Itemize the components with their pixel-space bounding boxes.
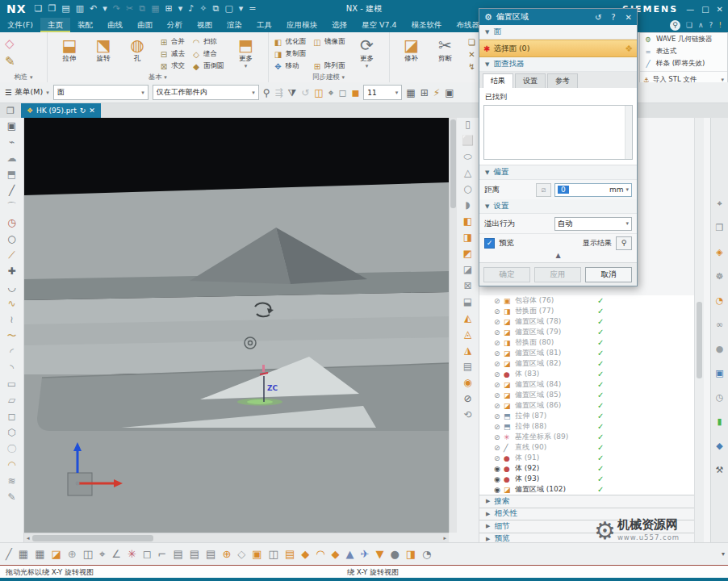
bottom-tool-icon[interactable]: ✳: [128, 548, 136, 560]
scrollbar-thumb[interactable]: [697, 302, 702, 378]
resource-bar-icon[interactable]: ●: [716, 344, 724, 354]
visibility-eye-icon[interactable]: ◉: [494, 486, 504, 494]
primitive-tool-icon[interactable]: ◭: [464, 313, 471, 324]
quick-access-icon[interactable]: ✂: [126, 0, 133, 18]
bottom-tool-icon[interactable]: ▣: [252, 548, 261, 560]
curve-tool-icon[interactable]: ▣: [7, 120, 16, 132]
visibility-eye-icon[interactable]: ⊘: [494, 297, 504, 305]
selection-tool-icon[interactable]: ⌖: [328, 87, 334, 98]
ribbon-big-button[interactable]: ⬔旋转: [86, 35, 120, 62]
selection-tool-icon[interactable]: ◫: [314, 87, 323, 98]
primitive-tool-icon[interactable]: ⬭: [463, 152, 471, 162]
listbox-scrollbar[interactable]: [625, 106, 632, 159]
bottom-tool-icon[interactable]: ▲: [346, 548, 354, 560]
bottom-tool-icon[interactable]: ◪: [51, 548, 61, 560]
bottom-tool-icon[interactable]: ◠: [316, 548, 324, 560]
bottom-tool-icon[interactable]: ⌐: [158, 548, 167, 560]
ribbon-small-button[interactable]: ⊞阵列面: [312, 61, 345, 72]
scrollbar-thumb[interactable]: [450, 119, 456, 208]
curve-tool-icon[interactable]: ✚: [7, 265, 15, 277]
feature-row[interactable]: ⊘ ◪ 偏置区域 (81) ✓: [479, 348, 696, 358]
distance-input[interactable]: 0 mm ▾: [554, 183, 632, 197]
primitive-tool-icon[interactable]: ◨: [463, 232, 472, 243]
quick-access-icon[interactable]: =: [249, 0, 256, 18]
tab-refresh-icon[interactable]: ↻: [80, 107, 86, 115]
gallery-item[interactable]: =表达式: [640, 45, 727, 57]
toolbar-overflow-icon[interactable]: ▾: [722, 550, 725, 558]
curve-tool-icon[interactable]: ⟋: [8, 249, 15, 261]
quick-access-icon[interactable]: ▤: [61, 0, 69, 18]
section-face-finder[interactable]: ▼面查找器: [479, 57, 637, 72]
resource-bar-icon[interactable]: ◆: [716, 441, 722, 451]
curve-tool-icon[interactable]: ⬡: [7, 427, 15, 438]
ribbon-tab[interactable]: 主页: [40, 18, 70, 32]
feature-row[interactable]: ⊘ ◨ 替换面 (77) ✓: [479, 306, 696, 316]
selection-tool-icon[interactable]: ↺: [301, 87, 309, 98]
bottom-tool-icon[interactable]: ◨: [406, 548, 416, 560]
resource-bar-icon[interactable]: ▣: [715, 368, 723, 378]
ribbon-tab[interactable]: 星空 V7.4: [354, 18, 404, 32]
ribbon-small-button[interactable]: ◇缝合: [191, 48, 224, 60]
visibility-eye-icon[interactable]: ⊘: [494, 307, 504, 316]
ribbon-small-button[interactable]: ✥移动: [274, 61, 307, 72]
bottom-tool-icon[interactable]: ◻: [143, 548, 152, 560]
feature-row[interactable]: ◉ ● 体 (92) ✓: [479, 463, 696, 474]
snap-tool-icon[interactable]: ▦: [406, 87, 415, 98]
ribbon-big-button[interactable]: ◍孔: [120, 35, 154, 62]
bottom-tool-icon[interactable]: ✈: [361, 548, 370, 560]
quick-access-icon[interactable]: ↷: [113, 0, 120, 18]
overflow-dropdown[interactable]: 自动 ▾: [554, 217, 632, 231]
curve-tool-icon[interactable]: ◷: [7, 217, 15, 228]
ribbon-tab[interactable]: 视图: [190, 18, 220, 32]
visibility-eye-icon[interactable]: ⊘: [494, 349, 504, 357]
visibility-eye-icon[interactable]: ◉: [494, 465, 504, 473]
ribbon-small-button[interactable]: ⊟减去: [159, 48, 185, 60]
ribbon-tab[interactable]: 分析: [160, 18, 190, 32]
ribbon-big-button[interactable]: ⬓拉伸: [52, 35, 86, 62]
ribbon-tab[interactable]: 模圣软件: [404, 18, 450, 32]
command-finder-icon[interactable]: ⚲: [670, 20, 680, 31]
finder-tab[interactable]: 结果: [483, 73, 513, 88]
feature-row[interactable]: ⊘ ▣ 包容体 (76) ✓: [479, 295, 696, 306]
ribbon-button-icon[interactable]: ◇: [5, 37, 15, 50]
ribbon-tab[interactable]: 渲染: [220, 18, 249, 32]
gallery-item[interactable]: ⚙WAVE 几何链接器: [640, 33, 727, 45]
curve-tool-icon[interactable]: ◠: [7, 459, 15, 470]
preview-checkbox[interactable]: ✓: [484, 238, 495, 249]
section-face[interactable]: ▼面: [479, 25, 637, 40]
visibility-eye-icon[interactable]: ◉: [494, 475, 504, 483]
feature-row[interactable]: ⊘ ◪ 偏置区域 (78) ✓: [479, 316, 696, 327]
gallery-item[interactable]: ╱样条 (即将失效): [640, 57, 727, 69]
bottom-tool-icon[interactable]: ◆: [332, 548, 340, 560]
window-control-button[interactable]: ✕: [717, 5, 723, 14]
snap-tool-icon[interactable]: ⚡: [433, 87, 440, 98]
bottom-tool-icon[interactable]: ∠: [111, 548, 121, 560]
chevron-down-icon[interactable]: ▾: [164, 74, 167, 81]
alert-icon[interactable]: !: [718, 21, 722, 29]
scrollbar-thumb[interactable]: [32, 535, 153, 541]
reverse-direction-toggle[interactable]: ⧄: [536, 183, 551, 197]
ribbon-small-button[interactable]: ◧优化面: [274, 36, 307, 48]
curve-tool-icon[interactable]: ◜: [10, 346, 14, 357]
primitive-tool-icon[interactable]: ◗: [465, 200, 470, 211]
curve-tool-icon[interactable]: ▭: [7, 378, 16, 390]
feature-row[interactable]: ⊘ ╱ 直线 (90) ✓: [479, 442, 696, 453]
curve-tool-icon[interactable]: ⬒: [7, 169, 16, 180]
show-result-button[interactable]: ⚲: [616, 236, 632, 250]
snap-tool-icon[interactable]: ⊞: [420, 87, 429, 98]
ribbon-tab[interactable]: 应用模块: [279, 18, 324, 32]
feature-row[interactable]: ⊘ ◪ 偏置区域 (84) ✓: [479, 379, 696, 390]
bottom-tool-icon[interactable]: ◫: [83, 548, 93, 560]
curve-tool-icon[interactable]: ≋: [7, 475, 15, 487]
ribbon-small-button[interactable]: ◨复制面: [274, 48, 307, 60]
primitive-tool-icon[interactable]: △: [464, 168, 471, 178]
selection-tool-icon[interactable]: ⇶: [274, 87, 282, 98]
scroll-left-arrow[interactable]: ◂: [24, 535, 32, 541]
feature-row[interactable]: ⊘ ● 体 (91) ✓: [479, 453, 696, 463]
minimize-ribbon-icon[interactable]: ∧: [698, 21, 704, 29]
dialog-title-bar[interactable]: ⚙ 偏置区域 ↺ ? ✕: [479, 9, 637, 25]
dialog-close-icon[interactable]: ✕: [625, 13, 632, 22]
curve-tool-icon[interactable]: ◡: [7, 282, 15, 293]
tab-close-icon[interactable]: ✕: [89, 107, 95, 115]
feature-row[interactable]: ⊘ ◪ 偏置区域 (79) ✓: [479, 327, 696, 337]
